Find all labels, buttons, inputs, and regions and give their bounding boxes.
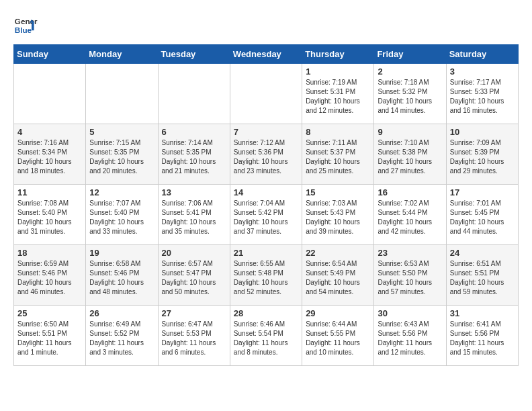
day-info: Sunrise: 7:18 AM Sunset: 5:32 PM Dayligh… [378, 78, 442, 116]
calendar-cell: 3Sunrise: 7:17 AM Sunset: 5:33 PM Daylig… [446, 64, 518, 124]
day-number: 2 [378, 66, 442, 77]
day-info: Sunrise: 7:08 AM Sunset: 5:40 PM Dayligh… [17, 199, 82, 236]
day-info: Sunrise: 6:51 AM Sunset: 5:51 PM Dayligh… [450, 259, 515, 297]
day-info: Sunrise: 6:41 AM Sunset: 5:56 PM Dayligh… [450, 320, 515, 357]
day-number: 14 [234, 187, 298, 197]
calendar-cell: 4Sunrise: 7:16 AM Sunset: 5:34 PM Daylig… [14, 124, 86, 185]
day-number: 23 [378, 248, 442, 258]
calendar-cell: 13Sunrise: 7:06 AM Sunset: 5:41 PM Dayli… [158, 185, 230, 245]
calendar-cell: 22Sunrise: 6:54 AM Sunset: 5:49 PM Dayli… [302, 245, 374, 306]
day-number: 22 [306, 248, 370, 258]
calendar-cell: 11Sunrise: 7:08 AM Sunset: 5:40 PM Dayli… [14, 185, 86, 245]
day-number: 11 [17, 187, 82, 197]
day-number: 9 [378, 127, 442, 137]
day-number: 24 [450, 248, 515, 258]
day-number: 13 [162, 187, 226, 197]
day-number: 18 [17, 248, 82, 258]
day-header-wednesday: Wednesday [230, 45, 302, 64]
day-number: 4 [17, 127, 82, 137]
day-number: 10 [450, 127, 515, 137]
calendar-table: SundayMondayTuesdayWednesdayThursdayFrid… [13, 44, 519, 366]
calendar-cell: 10Sunrise: 7:09 AM Sunset: 5:39 PM Dayli… [446, 124, 518, 185]
day-number: 12 [89, 187, 154, 197]
calendar-cell [86, 64, 158, 124]
calendar-cell: 31Sunrise: 6:41 AM Sunset: 5:56 PM Dayli… [446, 306, 518, 366]
day-number: 5 [89, 127, 154, 137]
day-number: 30 [378, 308, 442, 318]
calendar-cell: 28Sunrise: 6:46 AM Sunset: 5:54 PM Dayli… [230, 306, 302, 366]
calendar-cell: 14Sunrise: 7:04 AM Sunset: 5:42 PM Dayli… [230, 185, 302, 245]
calendar-cell: 17Sunrise: 7:01 AM Sunset: 5:45 PM Dayli… [446, 185, 518, 245]
calendar-cell: 30Sunrise: 6:43 AM Sunset: 5:56 PM Dayli… [374, 306, 446, 366]
calendar-cell: 29Sunrise: 6:44 AM Sunset: 5:55 PM Dayli… [302, 306, 374, 366]
day-number: 27 [162, 308, 226, 318]
svg-text:General: General [15, 17, 38, 26]
calendar-cell: 9Sunrise: 7:10 AM Sunset: 5:38 PM Daylig… [374, 124, 446, 185]
day-info: Sunrise: 7:04 AM Sunset: 5:42 PM Dayligh… [234, 199, 298, 236]
day-info: Sunrise: 7:19 AM Sunset: 5:31 PM Dayligh… [306, 78, 370, 116]
day-info: Sunrise: 6:46 AM Sunset: 5:54 PM Dayligh… [234, 320, 298, 357]
day-header-friday: Friday [374, 45, 446, 64]
logo: General Blue [13, 13, 38, 38]
calendar-cell: 23Sunrise: 6:53 AM Sunset: 5:50 PM Dayli… [374, 245, 446, 306]
day-number: 21 [234, 248, 298, 258]
day-info: Sunrise: 6:59 AM Sunset: 5:46 PM Dayligh… [17, 259, 82, 297]
calendar-cell: 26Sunrise: 6:49 AM Sunset: 5:52 PM Dayli… [86, 306, 158, 366]
calendar-cell: 16Sunrise: 7:02 AM Sunset: 5:44 PM Dayli… [374, 185, 446, 245]
calendar-cell [230, 64, 302, 124]
day-info: Sunrise: 6:54 AM Sunset: 5:49 PM Dayligh… [306, 259, 370, 297]
calendar-cell: 15Sunrise: 7:03 AM Sunset: 5:43 PM Dayli… [302, 185, 374, 245]
calendar-cell: 1Sunrise: 7:19 AM Sunset: 5:31 PM Daylig… [302, 64, 374, 124]
day-number: 8 [306, 127, 370, 137]
calendar-cell: 21Sunrise: 6:55 AM Sunset: 5:48 PM Dayli… [230, 245, 302, 306]
day-number: 28 [234, 308, 298, 318]
day-info: Sunrise: 7:03 AM Sunset: 5:43 PM Dayligh… [306, 199, 370, 236]
day-info: Sunrise: 7:16 AM Sunset: 5:34 PM Dayligh… [17, 138, 82, 176]
logo-icon: General Blue [13, 13, 38, 38]
day-number: 17 [450, 187, 515, 197]
day-number: 16 [378, 187, 442, 197]
day-number: 20 [162, 248, 226, 258]
day-info: Sunrise: 7:17 AM Sunset: 5:33 PM Dayligh… [450, 78, 515, 116]
day-header-monday: Monday [86, 45, 158, 64]
calendar-cell: 12Sunrise: 7:07 AM Sunset: 5:40 PM Dayli… [86, 185, 158, 245]
day-info: Sunrise: 7:09 AM Sunset: 5:39 PM Dayligh… [450, 138, 515, 176]
day-info: Sunrise: 7:10 AM Sunset: 5:38 PM Dayligh… [378, 138, 442, 176]
day-info: Sunrise: 7:07 AM Sunset: 5:40 PM Dayligh… [89, 199, 154, 236]
day-header-sunday: Sunday [14, 45, 86, 64]
page-header: General Blue [13, 13, 519, 38]
day-header-tuesday: Tuesday [158, 45, 230, 64]
calendar-cell [14, 64, 86, 124]
day-number: 6 [162, 127, 226, 137]
calendar-cell: 7Sunrise: 7:12 AM Sunset: 5:36 PM Daylig… [230, 124, 302, 185]
day-header-saturday: Saturday [446, 45, 518, 64]
day-info: Sunrise: 6:55 AM Sunset: 5:48 PM Dayligh… [234, 259, 298, 297]
day-number: 31 [450, 308, 515, 318]
day-info: Sunrise: 7:01 AM Sunset: 5:45 PM Dayligh… [450, 199, 515, 236]
calendar-cell: 19Sunrise: 6:58 AM Sunset: 5:46 PM Dayli… [86, 245, 158, 306]
day-info: Sunrise: 6:50 AM Sunset: 5:51 PM Dayligh… [17, 320, 82, 357]
day-number: 29 [306, 308, 370, 318]
calendar-cell: 27Sunrise: 6:47 AM Sunset: 5:53 PM Dayli… [158, 306, 230, 366]
day-info: Sunrise: 6:53 AM Sunset: 5:50 PM Dayligh… [378, 259, 442, 297]
calendar-cell: 2Sunrise: 7:18 AM Sunset: 5:32 PM Daylig… [374, 64, 446, 124]
day-info: Sunrise: 6:47 AM Sunset: 5:53 PM Dayligh… [162, 320, 226, 357]
calendar-cell: 25Sunrise: 6:50 AM Sunset: 5:51 PM Dayli… [14, 306, 86, 366]
day-info: Sunrise: 6:43 AM Sunset: 5:56 PM Dayligh… [378, 320, 442, 357]
day-header-thursday: Thursday [302, 45, 374, 64]
calendar-cell: 20Sunrise: 6:57 AM Sunset: 5:47 PM Dayli… [158, 245, 230, 306]
day-info: Sunrise: 7:14 AM Sunset: 5:35 PM Dayligh… [162, 138, 226, 176]
day-info: Sunrise: 6:57 AM Sunset: 5:47 PM Dayligh… [162, 259, 226, 297]
day-number: 7 [234, 127, 298, 137]
day-info: Sunrise: 6:58 AM Sunset: 5:46 PM Dayligh… [89, 259, 154, 297]
day-info: Sunrise: 7:06 AM Sunset: 5:41 PM Dayligh… [162, 199, 226, 236]
day-number: 19 [89, 248, 154, 258]
day-info: Sunrise: 7:15 AM Sunset: 5:35 PM Dayligh… [89, 138, 154, 176]
day-number: 15 [306, 187, 370, 197]
day-number: 1 [306, 66, 370, 77]
calendar-cell: 8Sunrise: 7:11 AM Sunset: 5:37 PM Daylig… [302, 124, 374, 185]
calendar-cell: 24Sunrise: 6:51 AM Sunset: 5:51 PM Dayli… [446, 245, 518, 306]
day-info: Sunrise: 6:49 AM Sunset: 5:52 PM Dayligh… [89, 320, 154, 357]
calendar-cell: 6Sunrise: 7:14 AM Sunset: 5:35 PM Daylig… [158, 124, 230, 185]
day-number: 3 [450, 66, 515, 77]
